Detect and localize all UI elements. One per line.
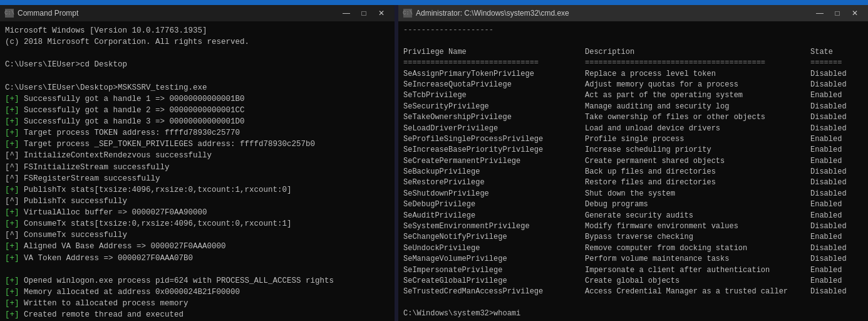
cmd-line-14: [+] PublishTx stats[txsize:4096,rxsize:0… bbox=[5, 184, 390, 196]
cmd-line-20: [+] VA Token Address => 0000027F0AAA07B0 bbox=[5, 253, 390, 264]
cmd-line-11: [^] InitializeContextRendezvous successf… bbox=[5, 150, 390, 161]
priv-9: SeBackupPrivilegeBack up files and direc… bbox=[403, 167, 863, 177]
cmd-right-title: Administrator: C:\Windows\system32\cmd.e… bbox=[416, 9, 808, 18]
minimize-button[interactable]: — bbox=[338, 7, 354, 19]
cmd-line-21 bbox=[5, 264, 390, 275]
priv-15: SeChangeNotifyPrivilegeBypass traverse c… bbox=[403, 232, 863, 243]
cmd-line-17: [+] ConsumeTx stats[txsize:0,rxsize:4096… bbox=[5, 218, 390, 229]
priv-1: SeIncreaseQuotaPrivilegeAdjust memory qu… bbox=[403, 80, 863, 90]
priv-16: SeUndockPrivilegeRemove computer from do… bbox=[403, 243, 863, 254]
cmd-right-titlebar-buttons: — □ ✕ bbox=[812, 7, 863, 19]
cmd-line-12: [^] FSInitializeStream successfully bbox=[5, 162, 390, 173]
cmd-line-9: [+] Target process TOKEN address: ffffd7… bbox=[5, 127, 390, 139]
cmd-left-title: Command Prompt bbox=[18, 9, 334, 18]
cmd-left-titlebar: C:\ Command Prompt — □ ✕ bbox=[0, 5, 395, 21]
right-prompt: C:\Windows\system32>whoami bbox=[403, 308, 863, 319]
priv-5: SeLoadDriverPrivilegeLoad and unload dev… bbox=[403, 124, 863, 134]
admin-cmd-icon: C:\ bbox=[403, 9, 412, 18]
priv-17: SeManageVolumePrivilegePerform volume ma… bbox=[403, 254, 863, 265]
cmd-left-body: Microsoft Windows [Version 10.0.17763.19… bbox=[0, 21, 395, 321]
separator-top: -------------------- bbox=[403, 25, 863, 36]
priv-12: SeDebugPrivilegeDebug programsEnabled bbox=[403, 199, 863, 210]
priv-3: SeSecurityPrivilegeManage auditing and s… bbox=[403, 102, 863, 112]
cmd-left-titlebar-buttons: — □ ✕ bbox=[338, 7, 390, 19]
cmd-line-22: [+] Opened winlogon.exe process pid=624 … bbox=[5, 275, 390, 287]
cmd-line-23: [+] Memory allocated at address 0x000002… bbox=[5, 287, 390, 298]
priv-7: SeIncreaseBasePriorityPrivilegeIncrease … bbox=[403, 145, 863, 155]
cmd-right-titlebar: C:\ Administrator: C:\Windows\system32\c… bbox=[398, 5, 868, 21]
cmd-line-19: [+] Aligned VA Base Address => 0000027F0… bbox=[5, 241, 390, 252]
cmd-line-13: [^] FSRegisterStream successfully bbox=[5, 173, 390, 184]
right-minimize-button[interactable]: — bbox=[812, 7, 828, 19]
priv-18: SeImpersonatePrivilegeImpersonate a clie… bbox=[403, 265, 863, 276]
priv-0: SeAssignPrimaryTokenPrivilegeReplace a p… bbox=[403, 69, 863, 80]
cmd-line-1: (c) 2018 Microsoft Corporation. All righ… bbox=[5, 36, 390, 48]
blank-1 bbox=[403, 36, 863, 46]
cmd-line-0: Microsoft Windows [Version 10.0.17763.19… bbox=[5, 25, 390, 36]
priv-14: SeSystemEnvironmentPrivilegeModify firmw… bbox=[403, 221, 863, 232]
right-close-button[interactable]: ✕ bbox=[847, 7, 863, 19]
priv-20: SeTrustedCredManAccessPrivilegeAccess Cr… bbox=[403, 287, 863, 297]
cmd-line-15: [^] PublishTx successfully bbox=[5, 196, 390, 207]
blank-2 bbox=[403, 298, 863, 308]
cmd-line-18: [^] ConsumeTx successfully bbox=[5, 229, 390, 241]
cmd-line-3: C:\Users\IEUser>cd Desktop bbox=[5, 59, 390, 70]
priv-19: SeCreateGlobalPrivilegeCreate global obj… bbox=[403, 276, 863, 287]
cmd-line-25: [+] Created remote thread and executed bbox=[5, 309, 390, 320]
cmd-right-window: C:\ Administrator: C:\Windows\system32\c… bbox=[398, 5, 868, 321]
right-maximize-button[interactable]: □ bbox=[829, 7, 845, 19]
priv-11: SeShutdownPrivilegeShut down the systemD… bbox=[403, 189, 863, 199]
cmd-line-5: C:\Users\IEUser\Desktop>MSKSSRV_testing.… bbox=[5, 82, 390, 93]
priv-8: SeCreatePermanentPrivilegeCreate permane… bbox=[403, 156, 863, 167]
taskbar-top bbox=[0, 0, 868, 5]
cmd-line-7: [+] Successfully got a handle 2 => 00000… bbox=[5, 105, 390, 116]
cmd-line-2 bbox=[5, 48, 390, 59]
cmd-icon: C:\ bbox=[5, 9, 14, 18]
priv-6: SeProfileSingleProcessPrivilegeProfile s… bbox=[403, 134, 863, 145]
priv-2: SeTcbPrivilegeAct as part of the operati… bbox=[403, 90, 863, 101]
column-headers: Privilege NameDescriptionState bbox=[403, 47, 863, 58]
priv-10: SeRestorePrivilegeRestore files and dire… bbox=[403, 177, 863, 188]
cmd-line-16: [+] VirtualAlloc buffer => 0000027F0AA90… bbox=[5, 207, 390, 218]
priv-4: SeTakeOwnershipPrivilegeTake ownership o… bbox=[403, 112, 863, 123]
column-separator: ========================================… bbox=[403, 58, 863, 68]
cmd-left-window: C:\ Command Prompt — □ ✕ Microsoft Windo… bbox=[0, 5, 395, 321]
cmd-line-6: [+] Successfully got a handle 1 => 00000… bbox=[5, 93, 390, 105]
cmd-line-10: [+] Target process _SEP_TOKEN_PRIVILEGES… bbox=[5, 139, 390, 150]
priv-13: SeAuditPrivilegeGenerate security audits… bbox=[403, 211, 863, 221]
cmd-line-8: [+] Successfully got a handle 3 => 00000… bbox=[5, 116, 390, 127]
cmd-line-4 bbox=[5, 71, 390, 82]
maximize-button[interactable]: □ bbox=[356, 7, 372, 19]
cmd-line-24: [+] Written to allocated process memory bbox=[5, 298, 390, 309]
cmd-right-body: -------------------- Privilege NameDescr… bbox=[398, 21, 868, 321]
close-button[interactable]: ✕ bbox=[373, 7, 390, 19]
